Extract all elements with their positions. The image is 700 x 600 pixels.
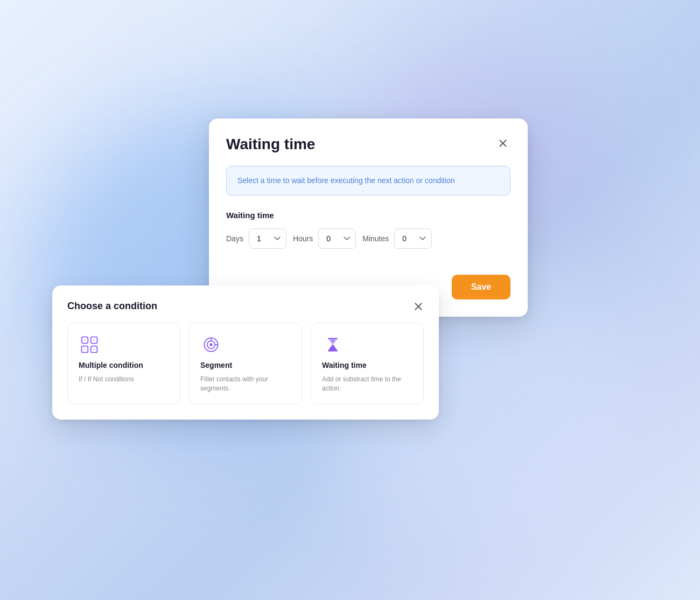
segment-icon [200, 334, 222, 355]
panel-close-button[interactable] [413, 301, 424, 312]
multiple-condition-card[interactable]: Multiple condition If / If Not condition… [67, 323, 180, 404]
segment-name: Segment [200, 361, 291, 369]
hours-select[interactable]: 0 1 2 6 12 23 [318, 228, 356, 249]
multiple-condition-name: Multiple condition [79, 361, 169, 369]
days-select[interactable]: 1 2 3 7 14 30 [249, 228, 286, 249]
panel-title: Choose a condition [67, 301, 157, 312]
hours-label: Hours [293, 234, 313, 243]
svg-point-6 [209, 343, 212, 346]
close-icon [498, 138, 508, 149]
multiple-condition-desc: If / If Not conditions [79, 375, 169, 384]
time-selectors: Days 1 2 3 7 14 30 Hours 0 1 2 6 12 23 M… [226, 228, 510, 249]
days-group: Days 1 2 3 7 14 30 [226, 228, 286, 249]
waiting-time-section-label: Waiting time [226, 211, 510, 220]
grid-icon [79, 334, 100, 355]
condition-panel: Choose a condition Multiple condition If… [52, 285, 439, 420]
minutes-select[interactable]: 0 15 30 45 [394, 228, 432, 249]
panel-header: Choose a condition [67, 301, 424, 312]
segment-card[interactable]: Segment Filter contacts with your segmen… [189, 323, 302, 404]
hours-group: Hours 0 1 2 6 12 23 [293, 228, 356, 249]
info-banner-text: Select a time to wait before executing t… [237, 175, 499, 186]
modal-close-button[interactable] [495, 136, 510, 151]
minutes-label: Minutes [362, 234, 389, 243]
modal-header: Waiting time [226, 136, 510, 153]
close-icon [413, 301, 424, 312]
hourglass-icon [322, 334, 344, 355]
condition-cards: Multiple condition If / If Not condition… [67, 323, 424, 404]
days-label: Days [226, 234, 243, 243]
segment-desc: Filter contacts with your segments. [200, 375, 291, 393]
modal-title: Waiting time [226, 136, 315, 153]
minutes-group: Minutes 0 15 30 45 [362, 228, 432, 249]
waiting-time-card[interactable]: Waiting time Add or substract time to th… [311, 323, 424, 404]
waiting-time-card-desc: Add or substract time to the action. [322, 375, 412, 393]
save-button[interactable]: Save [452, 275, 510, 299]
info-banner: Select a time to wait before executing t… [226, 166, 510, 196]
waiting-time-card-name: Waiting time [322, 361, 412, 369]
